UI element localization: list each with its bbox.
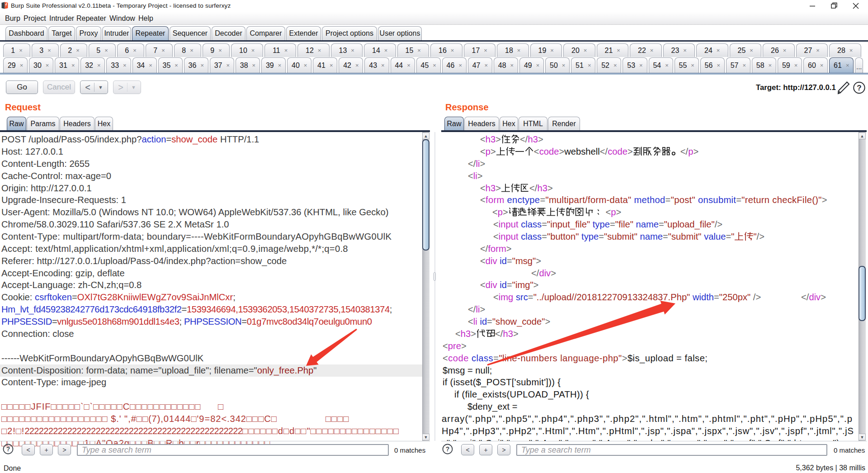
svg-text:?: ? — [446, 445, 450, 453]
svg-text:?: ? — [857, 84, 861, 92]
svg-text:?: ? — [6, 445, 10, 453]
